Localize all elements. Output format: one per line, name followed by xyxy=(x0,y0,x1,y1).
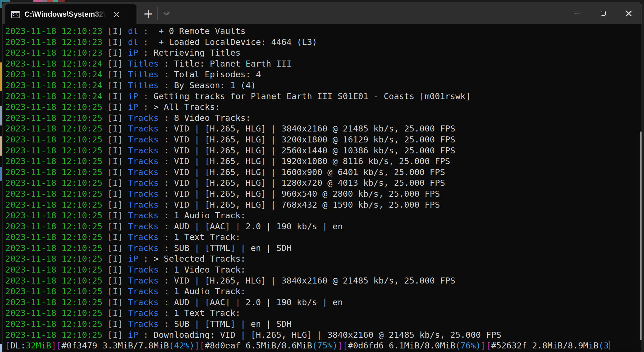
log-line: 2023-11-18 12:10:25 [I] iP : > Selected … xyxy=(5,253,609,264)
minimize-button[interactable] xyxy=(565,2,591,24)
log-segment: 2023-11-18 12:10:25 xyxy=(5,134,107,144)
log-segment: [I] xyxy=(107,297,128,307)
log-segment: [I] xyxy=(107,59,128,68)
log-segment: 2023-11-18 12:10:24 xyxy=(5,91,107,101)
log-segment: : xyxy=(138,37,153,47)
log-line: 2023-11-18 12:10:25 [I] Tracks : VID | [… xyxy=(5,275,609,286)
desktop-sliver xyxy=(0,344,2,352)
log-line: 2023-11-18 12:10:25 [I] Tracks : 8 Video… xyxy=(5,113,609,124)
log-segment: 2023-11-18 12:10:25 xyxy=(5,232,107,242)
log-segment: 2023-11-18 12:10:24 xyxy=(5,69,107,79)
log-segment: VID | [H.265, HLG] | 1600x900 @ 6401 kb/… xyxy=(174,167,445,177)
log-segment: 2023-11-18 12:10:25 xyxy=(5,254,107,264)
log-segment: + 0 Remote Vaults xyxy=(153,26,246,36)
log-segment: 2023-11-18 12:10:25 xyxy=(5,276,107,285)
window-controls: × xyxy=(565,2,642,24)
log-line: 2023-11-18 12:10:24 [I] Titles : Total E… xyxy=(5,69,609,80)
desktop-sliver xyxy=(0,136,2,156)
log-line: [DL:32MiB][#0f3479 3.3MiB/7.8MiB(42%)][#… xyxy=(5,340,609,351)
log-line: 2023-11-18 12:10:25 [I] Tracks : 1 Text … xyxy=(5,232,609,243)
desktop-sliver xyxy=(0,62,2,91)
cmd-icon: C:\_ xyxy=(11,11,20,18)
tabbar-separator xyxy=(157,7,158,19)
log-segment: : xyxy=(159,80,174,90)
log-line: 2023-11-18 12:10:24 [I] iP : Getting tra… xyxy=(5,91,609,102)
log-segment: VID | [H.265, HLG] | 768x432 @ 1590 kb/s… xyxy=(174,200,440,210)
close-icon: × xyxy=(625,8,633,18)
tab-cmd[interactable]: C:\_ C:\Windows\System32\cmd.e × xyxy=(5,4,136,24)
log-segment: dl xyxy=(128,26,138,36)
log-segment: Tracks xyxy=(128,113,159,123)
desktop-sliver xyxy=(58,0,65,2)
log-segment: 2023-11-18 12:10:25 xyxy=(5,102,107,112)
scrollbar-thumb[interactable] xyxy=(640,131,642,340)
log-segment: : xyxy=(159,200,174,210)
log-line: 2023-11-18 12:10:23 [I] iP : Retrieving … xyxy=(5,47,609,58)
log-segment: Tracks xyxy=(128,200,159,210)
desktop-sliver xyxy=(53,0,58,2)
log-line: 2023-11-18 12:10:25 [I] Tracks : 1 Text … xyxy=(5,308,609,319)
log-line: 2023-11-18 12:10:23 [I] dl : + Loaded Lo… xyxy=(5,37,609,48)
log-segment: Retrieving Titles xyxy=(153,48,240,58)
log-segment: VID | [H.265, HLG] | 1280x720 @ 4013 kb/… xyxy=(174,178,445,188)
log-segment: : xyxy=(138,254,153,264)
log-segment: AUD | [AAC] | 2.0 | 190 kb/s | en xyxy=(174,221,343,231)
log-segment: [I] xyxy=(107,200,128,210)
maximize-button[interactable] xyxy=(591,2,616,24)
log-segment: (42%) xyxy=(169,340,194,350)
log-segment: 2023-11-18 12:10:25 xyxy=(5,200,107,210)
close-button[interactable]: × xyxy=(616,2,642,24)
log-segment: iP xyxy=(128,48,138,58)
log-segment: Tracks xyxy=(128,286,159,296)
log-segment: 2023-11-18 12:10:25 xyxy=(5,167,107,177)
log-segment: : xyxy=(159,134,174,144)
log-segment: Tracks xyxy=(128,308,159,318)
log-segment: Getting tracks for Planet Earth III S01E… xyxy=(153,91,471,101)
log-segment: Tracks xyxy=(128,210,159,220)
log-segment: : xyxy=(159,221,174,231)
log-segment: 2023-11-18 12:10:25 xyxy=(5,124,107,133)
text-cursor xyxy=(609,341,609,350)
log-segment: [I] xyxy=(107,124,128,133)
desktop-edge-right xyxy=(642,2,644,352)
desktop-sliver xyxy=(0,106,2,125)
log-segment: #0f3479 3.3MiB/7.8MiB xyxy=(61,340,169,350)
log-segment: : xyxy=(159,156,174,166)
log-segment: : xyxy=(159,69,174,79)
log-segment: [I] xyxy=(107,134,128,144)
log-segment: 2023-11-18 12:10:25 xyxy=(5,308,107,318)
log-segment: 2023-11-18 12:10:25 xyxy=(5,113,107,123)
log-segment: [I] xyxy=(107,26,128,36)
log-segment: Titles xyxy=(128,80,159,90)
log-segment: 2023-11-18 12:10:25 xyxy=(5,319,107,329)
new-tab-button[interactable]: + xyxy=(141,7,155,21)
terminal-screen[interactable]: 2023-11-18 12:10:23 [I] dl : + 0 Remote … xyxy=(2,24,642,352)
log-line: 2023-11-18 12:10:25 [I] Tracks : 1 Audio… xyxy=(5,286,609,297)
tab-close-button[interactable]: × xyxy=(110,8,122,20)
log-segment: Tracks xyxy=(128,319,159,329)
log-segment: [I] xyxy=(107,308,128,318)
log-segment: 1 Text Track: xyxy=(174,232,241,242)
log-segment: (76%) xyxy=(455,340,481,350)
log-line: 2023-11-18 12:10:25 [I] Tracks : AUD | [… xyxy=(5,221,609,232)
chevron-down-icon xyxy=(163,10,169,15)
log-segment: : xyxy=(138,26,153,36)
log-segment: VID | [H.265, HLG] | 3840x2160 @ 21485 k… xyxy=(174,276,455,285)
minimize-icon xyxy=(575,13,580,13)
desktop-sliver xyxy=(47,0,53,2)
log-segment: (3 xyxy=(599,340,609,350)
log-segment: 2023-11-18 12:10:25 xyxy=(5,330,107,340)
log-segment: Tracks xyxy=(128,243,159,253)
log-segment: DL: xyxy=(10,340,26,350)
log-segment: : xyxy=(159,124,174,133)
log-line: 2023-11-18 12:10:25 [I] Tracks : VID | [… xyxy=(5,145,609,156)
log-line: 2023-11-18 12:10:23 [I] dl : + 0 Remote … xyxy=(5,26,609,37)
log-segment: [I] xyxy=(107,221,128,231)
title-bar[interactable]: C:\_ C:\Windows\System32\cmd.e × + × xyxy=(2,2,642,24)
log-segment: Tracks xyxy=(128,276,159,285)
log-segment: : xyxy=(159,243,174,253)
log-segment: 2023-11-18 12:10:25 xyxy=(5,286,107,296)
tab-dropdown-button[interactable] xyxy=(160,6,173,20)
log-segment: : xyxy=(159,145,174,155)
log-segment: 1 Audio Track: xyxy=(174,210,246,220)
